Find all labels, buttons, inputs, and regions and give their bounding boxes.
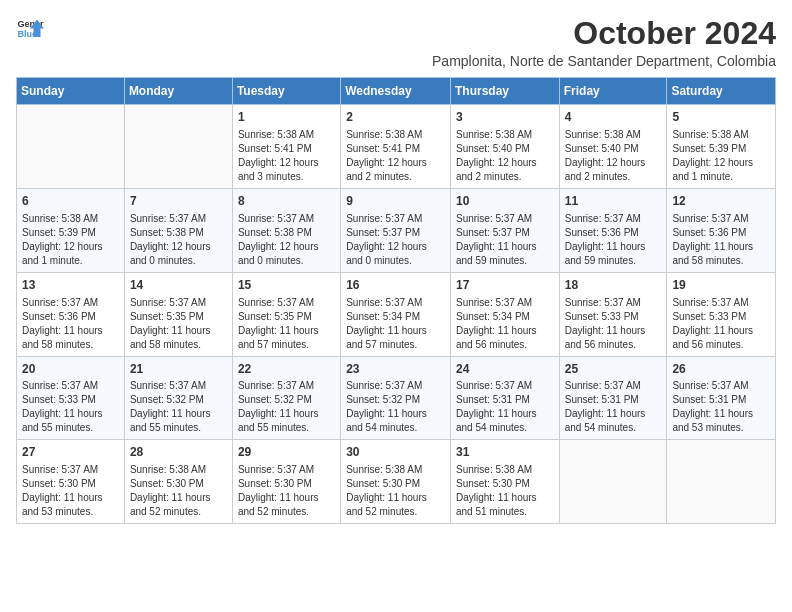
calendar-cell: 4Sunrise: 5:38 AMSunset: 5:40 PMDaylight…	[559, 105, 667, 189]
page-header: General Blue October 2024 Pamplonita, No…	[16, 16, 776, 69]
day-number: 21	[130, 361, 227, 378]
day-content: Sunset: 5:34 PM	[346, 310, 445, 324]
calendar-cell: 10Sunrise: 5:37 AMSunset: 5:37 PMDayligh…	[450, 188, 559, 272]
day-content: Sunset: 5:40 PM	[456, 142, 554, 156]
day-content: Sunrise: 5:37 AM	[456, 212, 554, 226]
day-content: Daylight: 11 hours and 59 minutes.	[565, 240, 662, 268]
day-content: Sunrise: 5:37 AM	[238, 379, 335, 393]
day-content: Sunrise: 5:38 AM	[456, 128, 554, 142]
calendar-cell: 27Sunrise: 5:37 AMSunset: 5:30 PMDayligh…	[17, 440, 125, 524]
day-number: 23	[346, 361, 445, 378]
day-content: Daylight: 11 hours and 55 minutes.	[130, 407, 227, 435]
day-content: Sunset: 5:41 PM	[238, 142, 335, 156]
day-content: Sunrise: 5:38 AM	[565, 128, 662, 142]
day-content: Sunset: 5:36 PM	[672, 226, 770, 240]
day-content: Sunset: 5:33 PM	[565, 310, 662, 324]
day-number: 4	[565, 109, 662, 126]
calendar-cell: 25Sunrise: 5:37 AMSunset: 5:31 PMDayligh…	[559, 356, 667, 440]
day-content: Sunset: 5:40 PM	[565, 142, 662, 156]
day-content: Sunset: 5:32 PM	[238, 393, 335, 407]
calendar-cell: 2Sunrise: 5:38 AMSunset: 5:41 PMDaylight…	[341, 105, 451, 189]
day-content: Daylight: 11 hours and 56 minutes.	[565, 324, 662, 352]
day-content: Daylight: 12 hours and 0 minutes.	[130, 240, 227, 268]
day-content: Sunrise: 5:37 AM	[346, 212, 445, 226]
day-content: Daylight: 11 hours and 53 minutes.	[22, 491, 119, 519]
day-content: Daylight: 11 hours and 52 minutes.	[130, 491, 227, 519]
day-content: Daylight: 11 hours and 58 minutes.	[22, 324, 119, 352]
day-content: Sunrise: 5:37 AM	[456, 296, 554, 310]
calendar-cell: 23Sunrise: 5:37 AMSunset: 5:32 PMDayligh…	[341, 356, 451, 440]
calendar-cell	[559, 440, 667, 524]
calendar-week-row: 6Sunrise: 5:38 AMSunset: 5:39 PMDaylight…	[17, 188, 776, 272]
day-content: Sunrise: 5:37 AM	[238, 296, 335, 310]
day-content: Sunrise: 5:37 AM	[130, 212, 227, 226]
day-number: 14	[130, 277, 227, 294]
calendar-header-row: Sunday Monday Tuesday Wednesday Thursday…	[17, 78, 776, 105]
day-number: 29	[238, 444, 335, 461]
col-sunday: Sunday	[17, 78, 125, 105]
calendar-cell: 6Sunrise: 5:38 AMSunset: 5:39 PMDaylight…	[17, 188, 125, 272]
calendar-subtitle: Pamplonita, Norte de Santander Departmen…	[44, 53, 776, 69]
day-content: Daylight: 11 hours and 57 minutes.	[346, 324, 445, 352]
calendar-cell: 24Sunrise: 5:37 AMSunset: 5:31 PMDayligh…	[450, 356, 559, 440]
day-number: 16	[346, 277, 445, 294]
calendar-cell	[17, 105, 125, 189]
day-content: Daylight: 11 hours and 56 minutes.	[672, 324, 770, 352]
calendar-cell: 26Sunrise: 5:37 AMSunset: 5:31 PMDayligh…	[667, 356, 776, 440]
day-content: Sunrise: 5:37 AM	[22, 463, 119, 477]
day-content: Daylight: 12 hours and 3 minutes.	[238, 156, 335, 184]
day-content: Sunrise: 5:37 AM	[238, 212, 335, 226]
day-content: Sunrise: 5:38 AM	[346, 128, 445, 142]
day-content: Sunset: 5:38 PM	[130, 226, 227, 240]
day-content: Sunset: 5:33 PM	[672, 310, 770, 324]
calendar-cell	[667, 440, 776, 524]
day-content: Sunrise: 5:37 AM	[672, 212, 770, 226]
day-content: Sunrise: 5:37 AM	[456, 379, 554, 393]
calendar-cell	[124, 105, 232, 189]
day-content: Sunset: 5:30 PM	[456, 477, 554, 491]
day-content: Sunrise: 5:37 AM	[238, 463, 335, 477]
day-content: Sunset: 5:32 PM	[130, 393, 227, 407]
day-number: 31	[456, 444, 554, 461]
day-number: 30	[346, 444, 445, 461]
day-number: 2	[346, 109, 445, 126]
day-content: Daylight: 11 hours and 52 minutes.	[346, 491, 445, 519]
day-content: Sunset: 5:34 PM	[456, 310, 554, 324]
day-content: Sunset: 5:32 PM	[346, 393, 445, 407]
day-content: Daylight: 12 hours and 0 minutes.	[238, 240, 335, 268]
day-content: Sunrise: 5:38 AM	[22, 212, 119, 226]
day-content: Sunrise: 5:37 AM	[346, 379, 445, 393]
day-content: Daylight: 11 hours and 54 minutes.	[456, 407, 554, 435]
day-content: Sunrise: 5:37 AM	[672, 379, 770, 393]
calendar-cell: 16Sunrise: 5:37 AMSunset: 5:34 PMDayligh…	[341, 272, 451, 356]
day-content: Sunset: 5:35 PM	[238, 310, 335, 324]
day-content: Sunrise: 5:37 AM	[22, 379, 119, 393]
day-content: Sunset: 5:38 PM	[238, 226, 335, 240]
calendar-cell: 8Sunrise: 5:37 AMSunset: 5:38 PMDaylight…	[232, 188, 340, 272]
day-content: Sunrise: 5:37 AM	[565, 212, 662, 226]
day-number: 8	[238, 193, 335, 210]
day-content: Daylight: 11 hours and 59 minutes.	[456, 240, 554, 268]
day-content: Sunset: 5:30 PM	[22, 477, 119, 491]
day-content: Daylight: 11 hours and 51 minutes.	[456, 491, 554, 519]
day-content: Sunset: 5:30 PM	[346, 477, 445, 491]
day-number: 28	[130, 444, 227, 461]
day-content: Daylight: 11 hours and 55 minutes.	[22, 407, 119, 435]
logo-icon: General Blue	[16, 16, 44, 44]
day-content: Daylight: 12 hours and 0 minutes.	[346, 240, 445, 268]
day-content: Sunrise: 5:37 AM	[672, 296, 770, 310]
day-content: Daylight: 12 hours and 1 minute.	[22, 240, 119, 268]
calendar-cell: 21Sunrise: 5:37 AMSunset: 5:32 PMDayligh…	[124, 356, 232, 440]
day-number: 18	[565, 277, 662, 294]
day-number: 22	[238, 361, 335, 378]
day-content: Daylight: 11 hours and 57 minutes.	[238, 324, 335, 352]
logo: General Blue	[16, 16, 44, 44]
col-thursday: Thursday	[450, 78, 559, 105]
col-saturday: Saturday	[667, 78, 776, 105]
calendar-week-row: 1Sunrise: 5:38 AMSunset: 5:41 PMDaylight…	[17, 105, 776, 189]
day-content: Sunset: 5:36 PM	[22, 310, 119, 324]
day-number: 24	[456, 361, 554, 378]
day-content: Sunrise: 5:38 AM	[346, 463, 445, 477]
day-content: Daylight: 11 hours and 58 minutes.	[130, 324, 227, 352]
col-wednesday: Wednesday	[341, 78, 451, 105]
